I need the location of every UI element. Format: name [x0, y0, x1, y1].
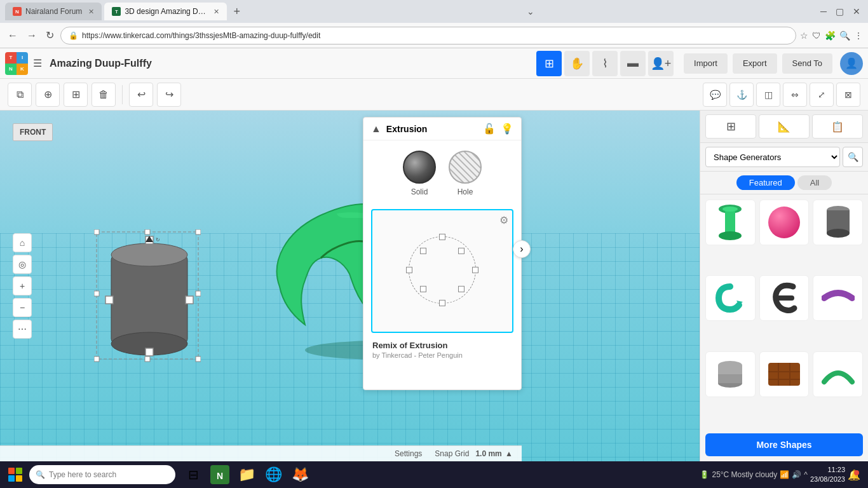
chevron-right-button[interactable]: › [513, 240, 531, 258]
undo-button[interactable]: ↩ [129, 83, 153, 107]
forward-button[interactable]: → [24, 27, 39, 44]
maximize-window-button[interactable]: ▢ [833, 4, 846, 19]
taskbar-app-firefox[interactable]: 🦊 [287, 462, 313, 487]
start-button[interactable] [3, 462, 28, 487]
redo-button[interactable]: ↪ [157, 83, 181, 107]
path-view-button[interactable]: ⌇ [592, 51, 618, 76]
bookmark-icon[interactable]: ☆ [800, 30, 808, 41]
canvas-area[interactable]: FRONT ⌂ ◎ + − ⋯ ↻ [0, 111, 700, 461]
handle-bottom[interactable] [439, 299, 445, 306]
align-left-button[interactable]: ◫ [756, 83, 780, 107]
zoom-icon[interactable]: 🔍 [839, 30, 850, 41]
group-button[interactable]: ⊞ [64, 83, 88, 107]
battery-icon[interactable]: 🔋 [700, 470, 709, 479]
zoom-out-button[interactable]: − [13, 298, 32, 317]
shape-card-coil[interactable] [705, 351, 756, 397]
delete-button[interactable]: 🗑 [92, 83, 116, 107]
taskbar-app-fileexplorer[interactable]: 📁 [234, 462, 259, 487]
hole-option[interactable]: Hole [449, 151, 482, 196]
shape-card-chocolate[interactable] [759, 351, 810, 397]
hand-view-button[interactable]: ✋ [564, 51, 590, 76]
svg-rect-16 [94, 356, 99, 362]
taskbar-search[interactable]: 🔍 Type here to search [29, 465, 175, 484]
export-button[interactable]: Export [733, 53, 777, 74]
shape-card-spool[interactable] [705, 200, 756, 245]
shape-card-pink-sphere[interactable] [759, 200, 810, 245]
stack-button[interactable]: ⊕ [36, 83, 60, 107]
zoom-in-button[interactable]: + [13, 276, 32, 295]
block-view-button[interactable]: ▬ [620, 51, 646, 76]
grid-view-button[interactable]: ⊞ [536, 51, 562, 76]
panel-ruler-tab[interactable]: 📐 [759, 114, 810, 139]
tab-nairaland-label: Nairaland Forum [25, 7, 82, 16]
refresh-button[interactable]: ↻ [43, 27, 57, 44]
mirror-button[interactable]: ⤢ [810, 83, 834, 107]
shape-card-dark-cylinder[interactable] [813, 200, 863, 245]
zoom-fit-button[interactable]: ◎ [13, 255, 32, 274]
handle-right[interactable] [472, 266, 478, 273]
extrusion-lock-icon[interactable]: 🔓 [483, 123, 496, 135]
tinkercad-logo[interactable]: T I N K ER CAD [5, 52, 28, 75]
taskbar-app-taskview[interactable]: ⊟ [180, 462, 206, 487]
svg-text:↙: ↙ [189, 361, 196, 363]
tab-nairaland-close[interactable]: ✕ [88, 8, 94, 16]
extrusion-preview[interactable]: ⚙ [371, 209, 513, 333]
handle-tl[interactable] [420, 247, 426, 254]
shape-card-green-arch[interactable] [813, 351, 863, 397]
minimize-window-button[interactable]: ─ [818, 4, 829, 19]
tray-arrow-icon[interactable]: ^ [804, 470, 808, 479]
featured-tab[interactable]: Featured [736, 175, 795, 190]
workplane-button[interactable]: ⊠ [836, 83, 860, 107]
settings-label[interactable]: Settings [395, 449, 422, 458]
home-view-button[interactable]: ⌂ [13, 233, 32, 252]
svg-point-22 [719, 231, 742, 240]
tab-nairaland[interactable]: N Nairaland Forum ✕ [5, 3, 102, 20]
copy-button[interactable]: ⧉ [8, 83, 32, 107]
extrusion-collapse-button[interactable]: ▲ [371, 123, 381, 135]
extension-icon[interactable]: 🧩 [825, 30, 836, 41]
extrusion-light-icon[interactable]: 💡 [501, 123, 513, 135]
snap-value[interactable]: 1.0 mm [475, 449, 501, 458]
settings-gear-icon[interactable]: ⚙ [499, 214, 508, 226]
network-icon[interactable]: 📶 [780, 470, 789, 479]
user-add-button[interactable]: 👤+ [648, 51, 674, 76]
notification-area[interactable]: 🔔 [848, 469, 860, 481]
svg-rect-15 [196, 229, 201, 234]
svg-point-26 [827, 229, 850, 238]
all-tab[interactable]: All [797, 175, 832, 190]
solid-option[interactable]: Solid [403, 151, 436, 196]
shape-card-purple-curve[interactable] [813, 275, 863, 321]
handle-tr[interactable] [458, 247, 465, 254]
hamburger-menu-button[interactable]: ☰ [33, 57, 42, 69]
flip-button[interactable]: ⇔ [783, 83, 807, 107]
handle-top[interactable] [439, 233, 445, 240]
import-button[interactable]: Import [684, 53, 728, 74]
handle-left[interactable] [406, 266, 412, 273]
back-button[interactable]: ← [5, 27, 20, 44]
clock-area[interactable]: 11:23 23/08/2023 [810, 465, 845, 485]
handle-bl[interactable] [420, 285, 426, 292]
close-window-button[interactable]: ✕ [850, 4, 863, 19]
tab-tinkercad-close[interactable]: ✕ [214, 8, 219, 16]
new-tab-button[interactable]: + [229, 5, 244, 18]
more-view-button[interactable]: ⋯ [13, 320, 32, 339]
shape-search-button[interactable]: 🔍 [843, 147, 863, 167]
taskbar-app-edge[interactable]: 🌐 [261, 462, 286, 487]
taskbar-app-nairaland[interactable]: N [207, 462, 233, 487]
anchor-button[interactable]: ⚓ [729, 83, 754, 107]
comment-button[interactable]: 💬 [703, 83, 727, 107]
handle-br[interactable] [458, 285, 465, 292]
volume-icon[interactable]: 🔊 [792, 470, 801, 479]
tab-overflow-button[interactable]: ⌄ [527, 6, 534, 17]
shape-generator-select[interactable]: Shape Generators [705, 147, 840, 167]
more-shapes-button[interactable]: More Shapes [705, 433, 863, 456]
send-to-button[interactable]: Send To [782, 53, 832, 74]
panel-notes-tab[interactable]: 📋 [812, 114, 863, 139]
panel-grid-tab[interactable]: ⊞ [705, 114, 756, 139]
menu-icon[interactable]: ⋮ [854, 30, 863, 41]
shape-card-hook[interactable] [705, 275, 756, 321]
tab-tinkercad[interactable]: T 3D design Amazing Duup-Fulff ✕ [104, 3, 227, 20]
user-avatar[interactable]: 👤 [840, 52, 863, 75]
shape-card-swirl[interactable] [759, 275, 810, 321]
address-input[interactable]: 🔒 https://www.tinkercad.com/things/3thss… [60, 27, 796, 44]
